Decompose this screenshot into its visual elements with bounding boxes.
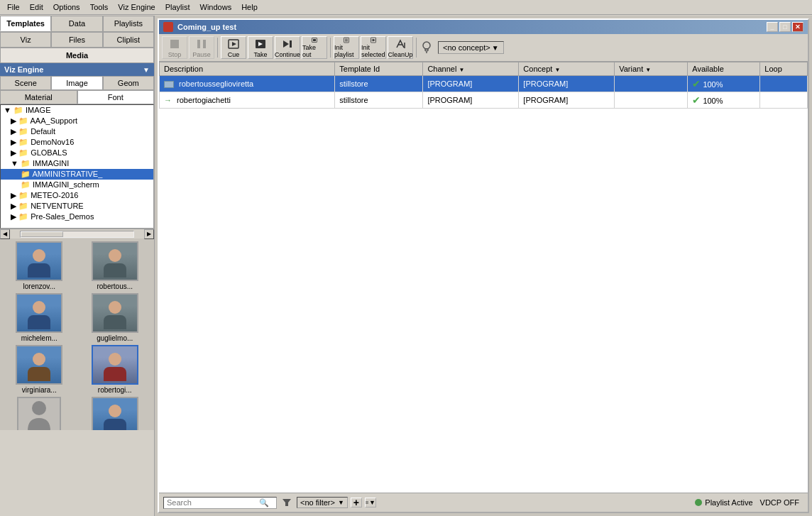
tree-item-aaa[interactable]: ▶ 📁 AAA_Support	[1, 116, 153, 126]
menu-playlist[interactable]: Playlist	[161, 1, 194, 13]
tab-geom[interactable]: Geom	[103, 76, 154, 89]
scroll-left-btn[interactable]: ◀	[0, 229, 10, 239]
stop-button[interactable]: Stop	[162, 36, 187, 59]
take-label: Take	[253, 51, 267, 58]
menu-windows[interactable]: Windows	[196, 1, 236, 13]
tree-item-meteo[interactable]: ▶ 📁 METEO-2016	[1, 190, 153, 201]
tree-item-presales[interactable]: ▶ 📁 Pre-Sales_Demos	[1, 212, 153, 222]
tree-item-demonov[interactable]: ▶ 📁 DemoNov16	[1, 137, 153, 148]
tab-font[interactable]: Font	[77, 90, 155, 104]
col-sort-icon: ▼	[554, 67, 560, 73]
window-minimize-btn[interactable]: _	[767, 22, 778, 32]
col-header-channel[interactable]: Channel ▼	[423, 62, 519, 76]
tab-media[interactable]: Media	[0, 48, 154, 62]
tab-cliplist[interactable]: Cliplist	[103, 32, 154, 47]
tree-item-netventure[interactable]: ▶ 📁 NETVENTURE	[1, 201, 153, 212]
thumb-robertogi[interactable]: robertogi...	[79, 345, 152, 394]
continue-button[interactable]: Continue	[275, 36, 300, 59]
concept-dropdown[interactable]: <no concept> ▼	[438, 41, 504, 54]
row-menu-button[interactable]: ▼	[365, 498, 376, 507]
tree-item-image[interactable]: ▼ 📁 IMAGE	[1, 105, 153, 116]
init-playlist-icon	[340, 37, 353, 43]
tab-templates[interactable]: Templates	[0, 16, 51, 31]
init-selected-icon	[367, 37, 380, 43]
menu-help[interactable]: Help	[237, 1, 262, 13]
tree-item-immagini[interactable]: ▼ 📁 IMMAGINI	[1, 158, 153, 169]
tree-item-globals[interactable]: ▶ 📁 GLOBALS	[1, 148, 153, 158]
search-input[interactable]	[167, 498, 259, 507]
thumb-michelem[interactable]: michelem...	[3, 293, 76, 342]
tab-image[interactable]: Image	[51, 76, 102, 89]
status-bar: 🔍 <no filter> ▼ + ▼	[159, 493, 808, 512]
tree-item-amministrative[interactable]: 📁 AMMINISTRATIVE_	[1, 169, 153, 180]
toolbar: Stop Pause Cue Ta	[159, 34, 808, 62]
col-header-variant[interactable]: Variant ▼	[615, 62, 688, 76]
filter-dropdown[interactable]: <no filter> ▼	[297, 497, 348, 508]
tree-item-default[interactable]: ▶ 📁 Default	[1, 126, 153, 137]
cleanup-button[interactable]: CleanUp	[388, 36, 413, 59]
menu-edit[interactable]: Edit	[26, 1, 48, 13]
check-icon: ✔	[692, 94, 701, 106]
col-header-loop[interactable]: Loop	[760, 62, 808, 76]
pause-button[interactable]: Pause	[189, 36, 214, 59]
menu-file[interactable]: File	[3, 1, 24, 13]
menu-tools[interactable]: Tools	[86, 1, 113, 13]
row-image-icon	[164, 81, 174, 88]
cue-icon	[227, 38, 240, 50]
cell-variant	[615, 76, 688, 92]
tab-playlists[interactable]: Playlists	[103, 16, 154, 31]
menu-options[interactable]: Options	[49, 1, 84, 13]
col-sort-icon: ▼	[459, 67, 464, 73]
col-header-template-id[interactable]: Template Id	[335, 62, 423, 76]
init-playlist-button[interactable]: Init playlist	[334, 36, 359, 59]
tab-data[interactable]: Data	[51, 16, 102, 31]
col-header-available[interactable]: Available	[688, 62, 760, 76]
thumb-guglielmo[interactable]: guglielmo...	[79, 293, 152, 342]
col-sort-icon: ▼	[645, 67, 651, 73]
col-header-description[interactable]: Description	[160, 62, 335, 76]
stop-icon	[168, 38, 181, 50]
tab-row-1: Templates Data Playlists	[0, 16, 154, 32]
table-row[interactable]: robertousseglioviretta stillstore [PROGR…	[160, 76, 808, 92]
tab-row-media: Media	[0, 48, 154, 63]
cell-concept: [PROGRAM]	[519, 92, 615, 109]
viz-engine-expand-icon[interactable]: ▼	[143, 66, 150, 74]
menu-viz-engine[interactable]: Viz Engine	[114, 1, 159, 13]
tree-item-immagini-scherm[interactable]: 📁 IMMAGINI_scherm	[1, 180, 153, 190]
scroll-right-btn[interactable]: ▶	[144, 229, 154, 239]
cell-text: robertousseglioviretta	[179, 79, 253, 88]
window-close-btn[interactable]: ✕	[792, 22, 803, 32]
filter-icon[interactable]	[280, 495, 294, 510]
take-out-button[interactable]: Take out	[302, 36, 327, 59]
vdcp-label: VDCP OFF	[760, 498, 799, 507]
thumb-lorenzov[interactable]: lorenzov...	[3, 241, 76, 290]
cell-channel: [PROGRAM]	[423, 76, 519, 92]
cue-button[interactable]: Cue	[221, 36, 246, 59]
h-scrollbar[interactable]: ◀ ▶	[0, 229, 154, 238]
cell-template-id: stillstore	[335, 92, 423, 109]
search-icon[interactable]: 🔍	[259, 498, 269, 507]
scroll-track[interactable]	[20, 231, 134, 238]
tab-files[interactable]: Files	[51, 32, 102, 47]
thumb-fabriziov[interactable]: fabriziov...	[79, 397, 152, 430]
init-selected-button[interactable]: Init selected	[361, 36, 386, 59]
svg-rect-26	[366, 503, 368, 504]
hamburger-icon	[366, 498, 368, 507]
thumb-sagoma[interactable]: sagoma	[3, 397, 76, 430]
tab-scene[interactable]: Scene	[0, 76, 51, 89]
window-maximize-btn[interactable]: □	[779, 22, 791, 32]
svg-marker-23	[282, 499, 291, 506]
playlist-table: Description Template Id Channel ▼ Concep…	[159, 62, 808, 493]
take-button[interactable]: Take	[248, 36, 273, 59]
col-label-variant: Variant	[619, 65, 643, 73]
col-header-concept[interactable]: Concept ▼	[519, 62, 615, 76]
thumb-virginiara[interactable]: virginiara...	[3, 345, 76, 394]
add-row-button[interactable]: +	[351, 498, 362, 507]
file-tree[interactable]: ▼ 📁 IMAGE ▶ 📁 AAA_Support ▶ 📁 Default ▶ …	[0, 104, 154, 229]
table-row[interactable]: → robertogiachetti stillstore [PROGRAM] …	[160, 92, 808, 109]
tab-viz[interactable]: Viz	[0, 32, 51, 47]
tab-material[interactable]: Material	[0, 90, 77, 104]
take-icon	[254, 38, 267, 50]
svg-rect-3	[203, 40, 206, 48]
thumb-robertous[interactable]: robertous...	[79, 241, 152, 290]
